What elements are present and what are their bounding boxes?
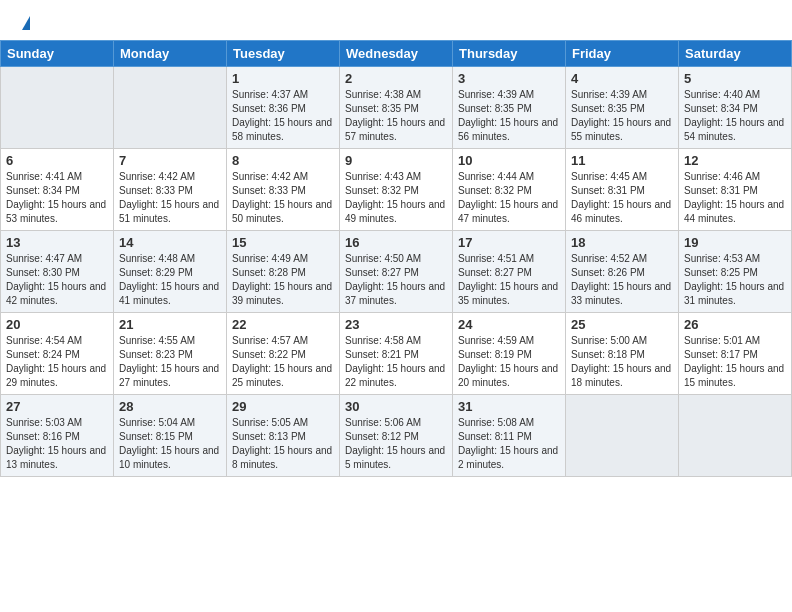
day-number: 12	[684, 153, 786, 168]
day-number: 28	[119, 399, 221, 414]
calendar-day-cell: 1Sunrise: 4:37 AM Sunset: 8:36 PM Daylig…	[227, 67, 340, 149]
calendar-day-cell: 23Sunrise: 4:58 AM Sunset: 8:21 PM Dayli…	[340, 313, 453, 395]
calendar-day-cell: 8Sunrise: 4:42 AM Sunset: 8:33 PM Daylig…	[227, 149, 340, 231]
day-info: Sunrise: 4:59 AM Sunset: 8:19 PM Dayligh…	[458, 334, 560, 390]
calendar-day-cell: 30Sunrise: 5:06 AM Sunset: 8:12 PM Dayli…	[340, 395, 453, 477]
day-info: Sunrise: 4:55 AM Sunset: 8:23 PM Dayligh…	[119, 334, 221, 390]
day-number: 11	[571, 153, 673, 168]
day-number: 17	[458, 235, 560, 250]
day-info: Sunrise: 5:04 AM Sunset: 8:15 PM Dayligh…	[119, 416, 221, 472]
day-number: 8	[232, 153, 334, 168]
day-number: 7	[119, 153, 221, 168]
calendar-week-row: 13Sunrise: 4:47 AM Sunset: 8:30 PM Dayli…	[1, 231, 792, 313]
weekday-header-monday: Monday	[114, 41, 227, 67]
calendar-day-cell: 20Sunrise: 4:54 AM Sunset: 8:24 PM Dayli…	[1, 313, 114, 395]
day-info: Sunrise: 4:42 AM Sunset: 8:33 PM Dayligh…	[232, 170, 334, 226]
day-number: 31	[458, 399, 560, 414]
day-number: 15	[232, 235, 334, 250]
day-info: Sunrise: 5:08 AM Sunset: 8:11 PM Dayligh…	[458, 416, 560, 472]
day-number: 10	[458, 153, 560, 168]
day-number: 25	[571, 317, 673, 332]
day-info: Sunrise: 4:39 AM Sunset: 8:35 PM Dayligh…	[458, 88, 560, 144]
day-number: 19	[684, 235, 786, 250]
day-info: Sunrise: 4:48 AM Sunset: 8:29 PM Dayligh…	[119, 252, 221, 308]
day-info: Sunrise: 4:37 AM Sunset: 8:36 PM Dayligh…	[232, 88, 334, 144]
day-info: Sunrise: 4:51 AM Sunset: 8:27 PM Dayligh…	[458, 252, 560, 308]
day-info: Sunrise: 4:49 AM Sunset: 8:28 PM Dayligh…	[232, 252, 334, 308]
day-number: 26	[684, 317, 786, 332]
logo	[20, 16, 30, 30]
weekday-header-tuesday: Tuesday	[227, 41, 340, 67]
calendar-day-cell: 27Sunrise: 5:03 AM Sunset: 8:16 PM Dayli…	[1, 395, 114, 477]
calendar-day-cell: 3Sunrise: 4:39 AM Sunset: 8:35 PM Daylig…	[453, 67, 566, 149]
day-info: Sunrise: 4:58 AM Sunset: 8:21 PM Dayligh…	[345, 334, 447, 390]
day-number: 4	[571, 71, 673, 86]
day-number: 13	[6, 235, 108, 250]
day-info: Sunrise: 5:03 AM Sunset: 8:16 PM Dayligh…	[6, 416, 108, 472]
calendar-day-cell	[114, 67, 227, 149]
day-number: 22	[232, 317, 334, 332]
day-number: 9	[345, 153, 447, 168]
day-info: Sunrise: 4:41 AM Sunset: 8:34 PM Dayligh…	[6, 170, 108, 226]
day-number: 2	[345, 71, 447, 86]
day-number: 18	[571, 235, 673, 250]
day-number: 23	[345, 317, 447, 332]
calendar-day-cell: 17Sunrise: 4:51 AM Sunset: 8:27 PM Dayli…	[453, 231, 566, 313]
calendar-week-row: 6Sunrise: 4:41 AM Sunset: 8:34 PM Daylig…	[1, 149, 792, 231]
calendar-header-row: SundayMondayTuesdayWednesdayThursdayFrid…	[1, 41, 792, 67]
day-number: 27	[6, 399, 108, 414]
weekday-header-thursday: Thursday	[453, 41, 566, 67]
calendar-day-cell: 2Sunrise: 4:38 AM Sunset: 8:35 PM Daylig…	[340, 67, 453, 149]
day-info: Sunrise: 5:01 AM Sunset: 8:17 PM Dayligh…	[684, 334, 786, 390]
calendar-week-row: 27Sunrise: 5:03 AM Sunset: 8:16 PM Dayli…	[1, 395, 792, 477]
day-info: Sunrise: 5:00 AM Sunset: 8:18 PM Dayligh…	[571, 334, 673, 390]
day-info: Sunrise: 4:47 AM Sunset: 8:30 PM Dayligh…	[6, 252, 108, 308]
calendar-day-cell: 13Sunrise: 4:47 AM Sunset: 8:30 PM Dayli…	[1, 231, 114, 313]
day-info: Sunrise: 4:43 AM Sunset: 8:32 PM Dayligh…	[345, 170, 447, 226]
day-number: 20	[6, 317, 108, 332]
day-info: Sunrise: 4:38 AM Sunset: 8:35 PM Dayligh…	[345, 88, 447, 144]
day-info: Sunrise: 4:53 AM Sunset: 8:25 PM Dayligh…	[684, 252, 786, 308]
calendar-day-cell: 24Sunrise: 4:59 AM Sunset: 8:19 PM Dayli…	[453, 313, 566, 395]
day-number: 29	[232, 399, 334, 414]
day-number: 21	[119, 317, 221, 332]
calendar-week-row: 1Sunrise: 4:37 AM Sunset: 8:36 PM Daylig…	[1, 67, 792, 149]
page-header	[0, 0, 792, 34]
day-info: Sunrise: 4:40 AM Sunset: 8:34 PM Dayligh…	[684, 88, 786, 144]
calendar-table: SundayMondayTuesdayWednesdayThursdayFrid…	[0, 40, 792, 477]
day-info: Sunrise: 4:42 AM Sunset: 8:33 PM Dayligh…	[119, 170, 221, 226]
calendar-day-cell: 9Sunrise: 4:43 AM Sunset: 8:32 PM Daylig…	[340, 149, 453, 231]
weekday-header-wednesday: Wednesday	[340, 41, 453, 67]
day-info: Sunrise: 4:50 AM Sunset: 8:27 PM Dayligh…	[345, 252, 447, 308]
calendar-day-cell	[679, 395, 792, 477]
calendar-day-cell: 5Sunrise: 4:40 AM Sunset: 8:34 PM Daylig…	[679, 67, 792, 149]
calendar-day-cell: 16Sunrise: 4:50 AM Sunset: 8:27 PM Dayli…	[340, 231, 453, 313]
day-info: Sunrise: 4:39 AM Sunset: 8:35 PM Dayligh…	[571, 88, 673, 144]
calendar-day-cell: 18Sunrise: 4:52 AM Sunset: 8:26 PM Dayli…	[566, 231, 679, 313]
day-info: Sunrise: 4:46 AM Sunset: 8:31 PM Dayligh…	[684, 170, 786, 226]
calendar-day-cell: 21Sunrise: 4:55 AM Sunset: 8:23 PM Dayli…	[114, 313, 227, 395]
calendar-day-cell: 26Sunrise: 5:01 AM Sunset: 8:17 PM Dayli…	[679, 313, 792, 395]
day-number: 3	[458, 71, 560, 86]
calendar-day-cell	[566, 395, 679, 477]
calendar-day-cell: 28Sunrise: 5:04 AM Sunset: 8:15 PM Dayli…	[114, 395, 227, 477]
day-number: 14	[119, 235, 221, 250]
calendar-day-cell: 22Sunrise: 4:57 AM Sunset: 8:22 PM Dayli…	[227, 313, 340, 395]
calendar-day-cell	[1, 67, 114, 149]
calendar-day-cell: 19Sunrise: 4:53 AM Sunset: 8:25 PM Dayli…	[679, 231, 792, 313]
calendar-day-cell: 6Sunrise: 4:41 AM Sunset: 8:34 PM Daylig…	[1, 149, 114, 231]
calendar-week-row: 20Sunrise: 4:54 AM Sunset: 8:24 PM Dayli…	[1, 313, 792, 395]
logo-triangle-icon	[22, 16, 30, 30]
day-number: 6	[6, 153, 108, 168]
calendar-day-cell: 15Sunrise: 4:49 AM Sunset: 8:28 PM Dayli…	[227, 231, 340, 313]
day-number: 24	[458, 317, 560, 332]
calendar-day-cell: 7Sunrise: 4:42 AM Sunset: 8:33 PM Daylig…	[114, 149, 227, 231]
day-number: 1	[232, 71, 334, 86]
day-info: Sunrise: 4:52 AM Sunset: 8:26 PM Dayligh…	[571, 252, 673, 308]
calendar-day-cell: 11Sunrise: 4:45 AM Sunset: 8:31 PM Dayli…	[566, 149, 679, 231]
day-number: 30	[345, 399, 447, 414]
weekday-header-saturday: Saturday	[679, 41, 792, 67]
calendar-day-cell: 31Sunrise: 5:08 AM Sunset: 8:11 PM Dayli…	[453, 395, 566, 477]
calendar-day-cell: 12Sunrise: 4:46 AM Sunset: 8:31 PM Dayli…	[679, 149, 792, 231]
weekday-header-friday: Friday	[566, 41, 679, 67]
